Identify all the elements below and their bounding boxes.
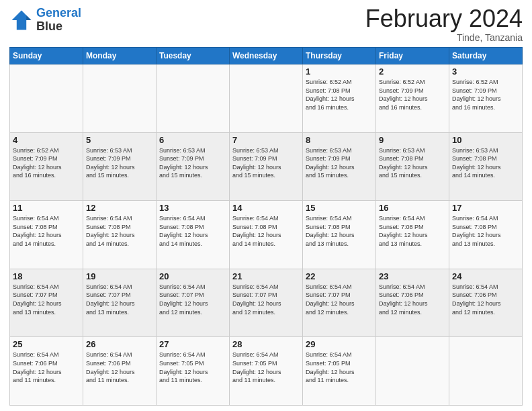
day-number: 25	[13, 339, 80, 349]
day-number: 23	[379, 271, 446, 281]
calendar-cell: 24Sunrise: 6:54 AM Sunset: 7:06 PM Dayli…	[449, 269, 523, 337]
calendar-week-2: 4Sunrise: 6:52 AM Sunset: 7:09 PM Daylig…	[10, 132, 523, 201]
day-number: 24	[452, 271, 519, 281]
calendar-header-thursday: Thursday	[303, 48, 376, 64]
day-number: 29	[306, 339, 373, 349]
logo: General Blue	[9, 7, 81, 34]
day-info: Sunrise: 6:54 AM Sunset: 7:08 PM Dayligh…	[379, 214, 446, 248]
calendar-cell: 9Sunrise: 6:53 AM Sunset: 7:08 PM Daylig…	[376, 132, 449, 201]
calendar-cell: 22Sunrise: 6:54 AM Sunset: 7:07 PM Dayli…	[303, 269, 376, 337]
day-number: 18	[13, 271, 80, 281]
calendar-cell	[230, 64, 303, 133]
calendar-cell: 6Sunrise: 6:53 AM Sunset: 7:09 PM Daylig…	[157, 132, 230, 201]
calendar-cell: 23Sunrise: 6:54 AM Sunset: 7:06 PM Dayli…	[376, 269, 449, 337]
calendar-cell: 12Sunrise: 6:54 AM Sunset: 7:08 PM Dayli…	[83, 201, 157, 269]
calendar-header-sunday: Sunday	[10, 48, 83, 64]
day-info: Sunrise: 6:54 AM Sunset: 7:08 PM Dayligh…	[86, 214, 153, 248]
day-info: Sunrise: 6:54 AM Sunset: 7:06 PM Dayligh…	[86, 351, 153, 384]
calendar-cell	[157, 64, 230, 133]
calendar-header-saturday: Saturday	[449, 48, 523, 64]
calendar-cell: 10Sunrise: 6:53 AM Sunset: 7:08 PM Dayli…	[449, 132, 523, 201]
day-number: 26	[86, 339, 153, 349]
calendar-cell: 18Sunrise: 6:54 AM Sunset: 7:07 PM Dayli…	[10, 269, 83, 337]
calendar-cell: 7Sunrise: 6:53 AM Sunset: 7:09 PM Daylig…	[230, 132, 303, 201]
day-info: Sunrise: 6:53 AM Sunset: 7:09 PM Dayligh…	[306, 146, 373, 180]
day-info: Sunrise: 6:54 AM Sunset: 7:08 PM Dayligh…	[159, 214, 226, 248]
calendar-header-tuesday: Tuesday	[157, 48, 230, 64]
day-number: 3	[452, 66, 519, 77]
day-info: Sunrise: 6:54 AM Sunset: 7:06 PM Dayligh…	[379, 283, 446, 316]
calendar-cell: 26Sunrise: 6:54 AM Sunset: 7:06 PM Dayli…	[83, 337, 157, 406]
day-info: Sunrise: 6:53 AM Sunset: 7:09 PM Dayligh…	[159, 146, 226, 180]
day-info: Sunrise: 6:54 AM Sunset: 7:08 PM Dayligh…	[306, 214, 373, 248]
calendar-cell: 1Sunrise: 6:52 AM Sunset: 7:08 PM Daylig…	[303, 64, 376, 133]
month-title: February 2024	[365, 7, 523, 31]
calendar-cell: 8Sunrise: 6:53 AM Sunset: 7:09 PM Daylig…	[303, 132, 376, 201]
day-number: 10	[452, 135, 519, 145]
calendar-table: SundayMondayTuesdayWednesdayThursdayFrid…	[9, 47, 523, 406]
calendar-cell: 2Sunrise: 6:52 AM Sunset: 7:09 PM Daylig…	[376, 64, 449, 133]
day-info: Sunrise: 6:54 AM Sunset: 7:07 PM Dayligh…	[232, 283, 300, 316]
day-info: Sunrise: 6:54 AM Sunset: 7:08 PM Dayligh…	[232, 214, 300, 248]
day-info: Sunrise: 6:54 AM Sunset: 7:05 PM Dayligh…	[159, 351, 226, 384]
calendar-cell	[83, 64, 157, 133]
calendar-week-4: 18Sunrise: 6:54 AM Sunset: 7:07 PM Dayli…	[10, 269, 523, 337]
day-number: 17	[452, 203, 519, 213]
calendar-cell: 14Sunrise: 6:54 AM Sunset: 7:08 PM Dayli…	[230, 201, 303, 269]
day-number: 5	[86, 135, 153, 145]
day-info: Sunrise: 6:54 AM Sunset: 7:05 PM Dayligh…	[232, 351, 300, 384]
day-number: 4	[13, 135, 80, 145]
day-number: 6	[159, 135, 226, 145]
page: General Blue February 2024 Tinde, Tanzan…	[0, 0, 532, 411]
day-info: Sunrise: 6:54 AM Sunset: 7:07 PM Dayligh…	[13, 283, 80, 316]
header: General Blue February 2024 Tinde, Tanzan…	[9, 7, 523, 43]
calendar-header-wednesday: Wednesday	[230, 48, 303, 64]
calendar-cell	[449, 337, 523, 406]
day-number: 15	[306, 203, 373, 213]
calendar-cell: 3Sunrise: 6:52 AM Sunset: 7:09 PM Daylig…	[449, 64, 523, 133]
day-info: Sunrise: 6:54 AM Sunset: 7:06 PM Dayligh…	[452, 283, 519, 316]
day-info: Sunrise: 6:54 AM Sunset: 7:07 PM Dayligh…	[306, 283, 373, 316]
day-info: Sunrise: 6:53 AM Sunset: 7:09 PM Dayligh…	[86, 146, 153, 180]
day-info: Sunrise: 6:53 AM Sunset: 7:09 PM Dayligh…	[232, 146, 300, 180]
day-number: 22	[306, 271, 373, 281]
calendar-cell: 28Sunrise: 6:54 AM Sunset: 7:05 PM Dayli…	[230, 337, 303, 406]
day-info: Sunrise: 6:53 AM Sunset: 7:08 PM Dayligh…	[379, 146, 446, 180]
calendar-cell: 27Sunrise: 6:54 AM Sunset: 7:05 PM Dayli…	[157, 337, 230, 406]
day-info: Sunrise: 6:54 AM Sunset: 7:07 PM Dayligh…	[86, 283, 153, 316]
day-number: 7	[232, 135, 300, 145]
day-number: 11	[13, 203, 80, 213]
day-number: 28	[232, 339, 300, 349]
day-info: Sunrise: 6:52 AM Sunset: 7:09 PM Dayligh…	[452, 78, 519, 111]
day-number: 16	[379, 203, 446, 213]
calendar-cell: 25Sunrise: 6:54 AM Sunset: 7:06 PM Dayli…	[10, 337, 83, 406]
calendar-cell: 5Sunrise: 6:53 AM Sunset: 7:09 PM Daylig…	[83, 132, 157, 201]
title-block: February 2024 Tinde, Tanzania	[365, 7, 523, 43]
calendar-cell	[10, 64, 83, 133]
calendar-cell: 11Sunrise: 6:54 AM Sunset: 7:08 PM Dayli…	[10, 201, 83, 269]
day-info: Sunrise: 6:54 AM Sunset: 7:05 PM Dayligh…	[306, 351, 373, 384]
calendar-cell	[376, 337, 449, 406]
calendar-header-row: SundayMondayTuesdayWednesdayThursdayFrid…	[10, 48, 523, 64]
day-info: Sunrise: 6:54 AM Sunset: 7:06 PM Dayligh…	[13, 351, 80, 384]
calendar-cell: 20Sunrise: 6:54 AM Sunset: 7:07 PM Dayli…	[157, 269, 230, 337]
calendar-week-5: 25Sunrise: 6:54 AM Sunset: 7:06 PM Dayli…	[10, 337, 523, 406]
day-info: Sunrise: 6:54 AM Sunset: 7:08 PM Dayligh…	[452, 214, 519, 248]
day-number: 2	[379, 66, 446, 77]
day-info: Sunrise: 6:54 AM Sunset: 7:07 PM Dayligh…	[159, 283, 226, 316]
day-number: 13	[159, 203, 226, 213]
logo-text: General Blue	[36, 7, 81, 34]
calendar-cell: 16Sunrise: 6:54 AM Sunset: 7:08 PM Dayli…	[376, 201, 449, 269]
day-info: Sunrise: 6:53 AM Sunset: 7:08 PM Dayligh…	[452, 146, 519, 180]
calendar-header-friday: Friday	[376, 48, 449, 64]
day-number: 14	[232, 203, 300, 213]
calendar-cell: 17Sunrise: 6:54 AM Sunset: 7:08 PM Dayli…	[449, 201, 523, 269]
calendar-cell: 13Sunrise: 6:54 AM Sunset: 7:08 PM Dayli…	[157, 201, 230, 269]
calendar-cell: 4Sunrise: 6:52 AM Sunset: 7:09 PM Daylig…	[10, 132, 83, 201]
calendar-cell: 19Sunrise: 6:54 AM Sunset: 7:07 PM Dayli…	[83, 269, 157, 337]
day-number: 8	[306, 135, 373, 145]
day-number: 9	[379, 135, 446, 145]
day-info: Sunrise: 6:52 AM Sunset: 7:09 PM Dayligh…	[379, 78, 446, 111]
calendar-cell: 15Sunrise: 6:54 AM Sunset: 7:08 PM Dayli…	[303, 201, 376, 269]
day-info: Sunrise: 6:54 AM Sunset: 7:08 PM Dayligh…	[13, 214, 80, 248]
